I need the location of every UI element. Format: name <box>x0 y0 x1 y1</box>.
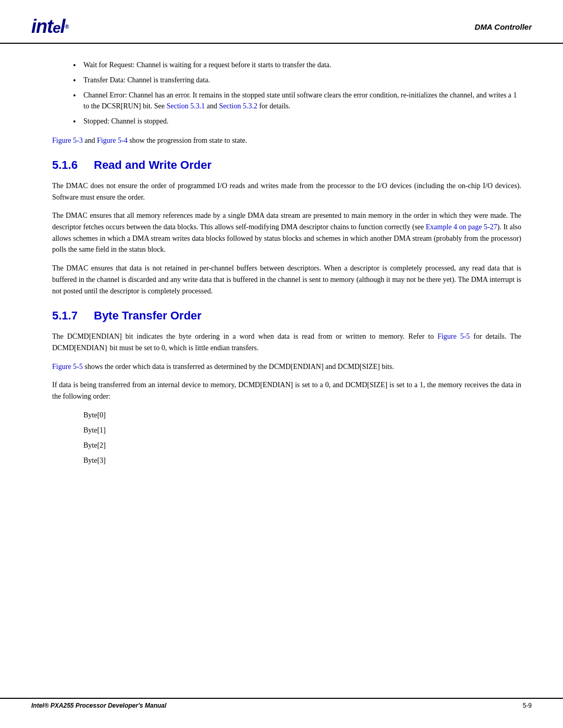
logo: intel® <box>31 16 69 38</box>
section-517-para-2: Figure 5-5 shows the order which data is… <box>52 361 521 373</box>
numbered-item-1: Byte[0] <box>83 410 521 421</box>
section-516-para-2: The DMAC ensures that all memory referen… <box>52 210 521 255</box>
fig-ref-mid: and <box>84 137 97 144</box>
bullet-text-1: Wait for Request: Channel is waiting for… <box>83 61 332 69</box>
logo-text: intel <box>31 16 65 38</box>
figure-5-5-link-1[interactable]: Figure 5-5 <box>437 332 470 340</box>
bullet-text-2: Transfer Data: Channel is transferring d… <box>83 76 210 84</box>
section-531-link[interactable]: Section 5.3.1 <box>166 102 205 110</box>
footer-manual-title: Intel® PXA255 Processor Developer's Manu… <box>31 702 166 709</box>
page-footer: Intel® PXA255 Processor Developer's Manu… <box>0 698 563 712</box>
numbered-item-2: Byte[1] <box>83 425 521 436</box>
section-517-para-3: If data is being transferred from an int… <box>52 379 521 402</box>
page: intel® DMA Controller Wait for Request: … <box>0 0 563 728</box>
section-516-title: Read and Write Order <box>94 158 212 172</box>
numbered-list: Byte[0] Byte[1] Byte[2] Byte[3] <box>83 410 521 466</box>
section-516-heading: 5.1.6 Read and Write Order <box>52 158 521 172</box>
list-item: Transfer Data: Channel is transferring d… <box>73 75 521 85</box>
figure-5-5-link-2[interactable]: Figure 5-5 <box>52 363 83 371</box>
bullet-text-4: Stopped: Channel is stopped. <box>83 117 168 125</box>
section-516-number: 5.1.6 <box>52 158 83 172</box>
bullet-text-3-prefix: Channel Error: Channel has an error. It … <box>83 91 517 110</box>
footer-page-number: 5-9 <box>523 702 532 709</box>
fig-ref-suffix: show the progression from state to state… <box>129 137 247 144</box>
list-item: Channel Error: Channel has an error. It … <box>73 90 521 112</box>
list-item: Wait for Request: Channel is waiting for… <box>73 59 521 70</box>
bullet-list: Wait for Request: Channel is waiting for… <box>73 59 521 127</box>
section-517-heading: 5.1.7 Byte Transfer Order <box>52 309 521 323</box>
bullet-text-3-mid: and <box>205 102 219 110</box>
example-4-link[interactable]: Example 4 on page 5-27 <box>426 223 497 231</box>
figure-ref-line: Figure 5-3 and Figure 5-4 show the progr… <box>52 135 521 146</box>
content-area: Wait for Request: Channel is waiting for… <box>0 44 563 492</box>
section-517-para-1: The DCMD[ENDIAN] bit indicates the byte … <box>52 331 521 353</box>
logo-registered: ® <box>65 23 69 30</box>
numbered-item-3: Byte[2] <box>83 440 521 451</box>
header-title: DMA Controller <box>475 22 532 31</box>
section-517-number: 5.1.7 <box>52 309 83 323</box>
section-532-link[interactable]: Section 5.3.2 <box>219 102 258 110</box>
section-516-para-3: The DMAC ensures that data is not retain… <box>52 263 521 297</box>
numbered-item-4: Byte[3] <box>83 455 521 466</box>
figure-5-4-link[interactable]: Figure 5-4 <box>97 137 128 144</box>
section-516-para-1: The DMAC does not ensure the order of pr… <box>52 180 521 203</box>
page-header: intel® DMA Controller <box>0 0 563 44</box>
figure-5-3-link[interactable]: Figure 5-3 <box>52 137 83 144</box>
bullet-text-3-suffix: for details. <box>258 102 290 110</box>
list-item: Stopped: Channel is stopped. <box>73 116 521 127</box>
section-517-title: Byte Transfer Order <box>94 309 202 323</box>
